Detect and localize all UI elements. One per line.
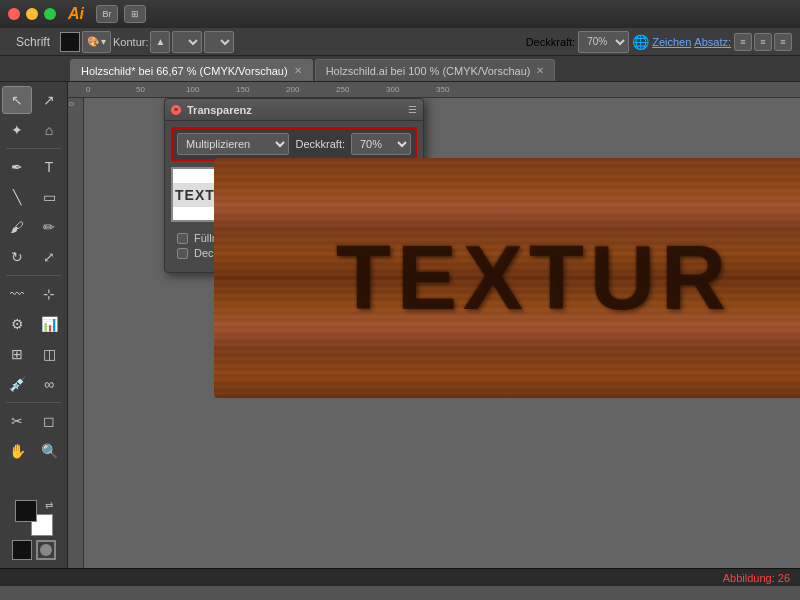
tool-row-5: 🖌 ✏ xyxy=(2,213,65,241)
left-toolbar: ↖ ↗ ✦ ⌂ ✒ T ╲ ▭ 🖌 ✏ ↻ ⤢ 〰 ⊹ ⚙ xyxy=(0,82,68,568)
tool-separator-1 xyxy=(6,148,61,149)
mesh-tool[interactable]: ⊞ xyxy=(2,340,32,368)
tab-label-1: Holzschild* bei 66,67 % (CMYK/Vorschau) xyxy=(81,65,288,77)
minimize-button[interactable] xyxy=(26,8,38,20)
align-left-btn[interactable]: ≡ xyxy=(734,33,752,51)
maximize-button[interactable] xyxy=(44,8,56,20)
blend-tool[interactable]: ∞ xyxy=(34,370,64,398)
direct-select-tool[interactable]: ↗ xyxy=(34,86,64,114)
select-tool[interactable]: ↖ xyxy=(2,86,32,114)
font-size-select[interactable] xyxy=(204,31,234,53)
deckkraft-label: Deckkraft: xyxy=(526,36,576,48)
title-icons: Br ⊞ xyxy=(96,5,146,23)
kontur-up-btn[interactable]: ▲ xyxy=(150,31,170,53)
fuellmth-checkbox[interactable] xyxy=(177,233,188,244)
wood-canvas: TEXTUR xyxy=(214,158,800,398)
menu-bar: Schrift 🎨 ▾ Kontur: ▲ Deckkraft: 70% 🌐 Z… xyxy=(0,28,800,56)
deckkraft-aussparung-checkbox[interactable] xyxy=(177,248,188,259)
deckkraft-group: Deckkraft: 70% 🌐 Zeichen Absatz: ≡ ≡ ≡ xyxy=(526,31,792,53)
canvas-content: × Transparenz ☰ Multiplizieren Deckkraft… xyxy=(84,98,800,568)
ruler-mark-300: 300 xyxy=(384,85,434,94)
ruler-vertical: 0 xyxy=(68,98,84,568)
color-icon: 🎨 xyxy=(87,36,99,47)
normal-mode-btn[interactable] xyxy=(12,540,32,560)
align-buttons: ≡ ≡ ≡ xyxy=(734,33,792,51)
tool-row-1: ↖ ↗ xyxy=(2,86,65,114)
blend-mode-select[interactable]: Multiplizieren xyxy=(177,133,289,155)
eyedropper-tool[interactable]: 💉 xyxy=(2,370,32,398)
tool-row-10: 💉 ∞ xyxy=(2,370,65,398)
symbol-tool[interactable]: ⚙ xyxy=(2,310,32,338)
tab-close-1[interactable]: ✕ xyxy=(294,65,302,76)
menu-schrift[interactable]: Schrift xyxy=(8,33,58,51)
arrange-button[interactable]: ⊞ xyxy=(124,5,146,23)
color-section: ⇄ xyxy=(2,496,65,564)
blend-deckkraft-row: Multiplizieren Deckkraft: 70% xyxy=(171,127,417,161)
foreground-swatch[interactable] xyxy=(15,500,37,522)
tool-row-12: ✋ 🔍 xyxy=(2,437,65,465)
ruler-horizontal: 0 50 100 150 200 250 300 350 xyxy=(68,82,800,98)
panel-menu-btn[interactable]: ☰ xyxy=(408,104,417,115)
panel-title: Transparenz xyxy=(187,104,402,116)
free-transform-tool[interactable]: ⊹ xyxy=(34,280,64,308)
ruler-marks-h: 0 50 100 150 200 250 300 350 xyxy=(84,85,484,94)
kontur-select[interactable] xyxy=(172,31,202,53)
tool-row-9: ⊞ ◫ xyxy=(2,340,65,368)
type-tool[interactable]: T xyxy=(34,153,64,181)
canvas-area[interactable]: 0 50 100 150 200 250 300 350 0 × Transpa… xyxy=(68,82,800,568)
color-swatch[interactable] xyxy=(60,32,80,52)
align-center-btn[interactable]: ≡ xyxy=(754,33,772,51)
status-bar: Abbildung: 26 xyxy=(0,568,800,586)
dropdown-arrow: ▾ xyxy=(101,36,106,47)
fg-bg-swatches: ⇄ xyxy=(15,500,53,536)
gradient-tool[interactable]: ◫ xyxy=(34,340,64,368)
tab-close-2[interactable]: ✕ xyxy=(536,65,544,76)
absatz-link[interactable]: Absatz: xyxy=(694,36,731,48)
tool-row-11: ✂ ◻ xyxy=(2,407,65,435)
ruler-mark-350: 350 xyxy=(434,85,484,94)
tab-bar: Holzschild* bei 66,67 % (CMYK/Vorschau) … xyxy=(0,56,800,82)
ruler-mark-250: 250 xyxy=(334,85,384,94)
globe-icon: 🌐 xyxy=(632,34,649,50)
mask-mode-btn[interactable] xyxy=(36,540,56,560)
zoom-tool[interactable]: 🔍 xyxy=(34,437,64,465)
color-mode-btn[interactable]: 🎨 ▾ xyxy=(82,31,111,53)
panel-close-btn[interactable]: × xyxy=(171,105,181,115)
ruler-mark-50: 50 xyxy=(134,85,184,94)
pen-tool[interactable]: ✒ xyxy=(2,153,32,181)
scale-tool[interactable]: ⤢ xyxy=(34,243,64,271)
bridge-button[interactable]: Br xyxy=(96,5,118,23)
warp-tool[interactable]: 〰 xyxy=(2,280,32,308)
tool-row-4: ╲ ▭ xyxy=(2,183,65,211)
traffic-lights xyxy=(8,8,56,20)
lasso-tool[interactable]: ⌂ xyxy=(34,116,64,144)
panel-deckkraft-select[interactable]: 70% xyxy=(351,133,411,155)
shape-tool[interactable]: ▭ xyxy=(34,183,64,211)
status-text: Abbildung: 26 xyxy=(723,572,790,584)
swap-colors-icon[interactable]: ⇄ xyxy=(45,500,53,511)
close-button[interactable] xyxy=(8,8,20,20)
magic-wand-tool[interactable]: ✦ xyxy=(2,116,32,144)
main-area: ↖ ↗ ✦ ⌂ ✒ T ╲ ▭ 🖌 ✏ ↻ ⤢ 〰 ⊹ ⚙ xyxy=(0,82,800,568)
tab-holzschild-1[interactable]: Holzschild* bei 66,67 % (CMYK/Vorschau) … xyxy=(70,59,313,81)
tool-separator-2 xyxy=(6,275,61,276)
scissors-tool[interactable]: ✂ xyxy=(2,407,32,435)
tab-holzschild-2[interactable]: Holzschild.ai bei 100 % (CMYK/Vorschau) … xyxy=(315,59,556,81)
tool-separator-3 xyxy=(6,402,61,403)
rotate-tool[interactable]: ↻ xyxy=(2,243,32,271)
line-tool[interactable]: ╲ xyxy=(2,183,32,211)
ruler-mark-100: 100 xyxy=(184,85,234,94)
graph-tool[interactable]: 📊 xyxy=(34,310,64,338)
wood-text: TEXTUR xyxy=(336,227,732,330)
tool-row-7: 〰 ⊹ xyxy=(2,280,65,308)
tool-row-2: ✦ ⌂ xyxy=(2,116,65,144)
ruler-mark-150: 150 xyxy=(234,85,284,94)
align-right-btn[interactable]: ≡ xyxy=(774,33,792,51)
hand-tool[interactable]: ✋ xyxy=(2,437,32,465)
pencil-tool[interactable]: ✏ xyxy=(34,213,64,241)
deckkraft-select[interactable]: 70% xyxy=(578,31,629,53)
paint-brush-tool[interactable]: 🖌 xyxy=(2,213,32,241)
panel-deckkraft-label: Deckkraft: xyxy=(295,138,345,150)
zeichen-link[interactable]: Zeichen xyxy=(652,36,691,48)
eraser-tool[interactable]: ◻ xyxy=(34,407,64,435)
